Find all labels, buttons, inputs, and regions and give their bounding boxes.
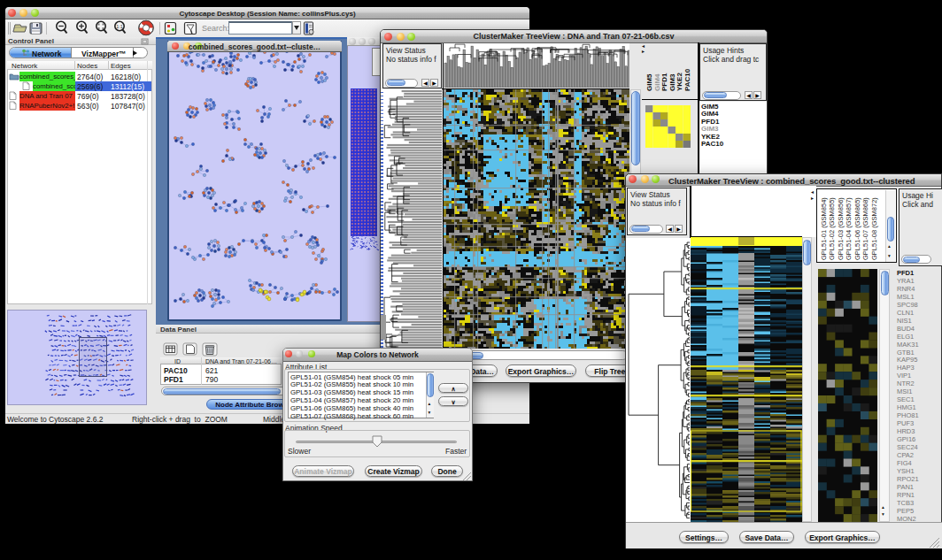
svg-text:1:1: 1:1 — [116, 24, 123, 29]
